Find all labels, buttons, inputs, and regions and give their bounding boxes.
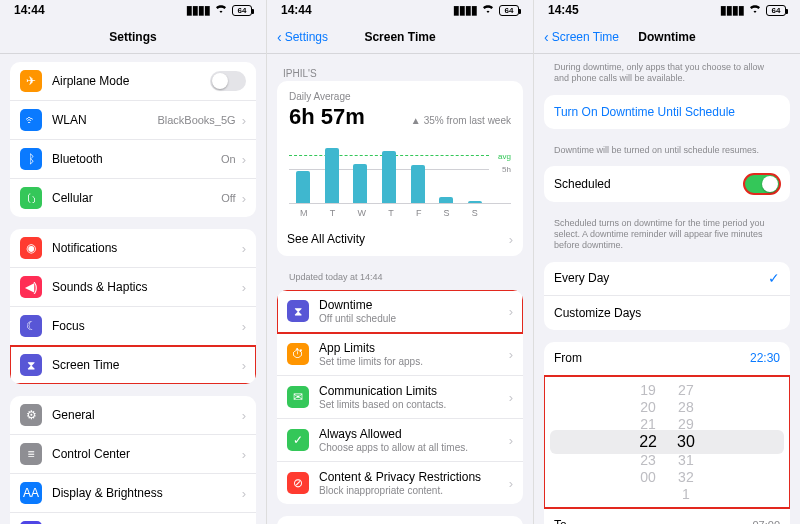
passcode-card: Change Screen Time Passcode bbox=[277, 516, 523, 524]
row-notifications[interactable]: ◉Notifications› bbox=[10, 229, 256, 268]
bubble-icon: ✉ bbox=[287, 386, 309, 408]
row-detail: BlackBooks_5G bbox=[157, 114, 235, 126]
row-detail: On bbox=[221, 153, 236, 165]
row-focus[interactable]: ☾Focus› bbox=[10, 307, 256, 346]
row-content-privacy-restrictions[interactable]: ⊘Content & Privacy RestrictionsBlock ina… bbox=[277, 462, 523, 504]
airplane-icon: ✈ bbox=[20, 70, 42, 92]
row-sounds-haptics[interactable]: ◀)Sounds & Haptics› bbox=[10, 268, 256, 307]
chevron-right-icon: › bbox=[509, 476, 513, 491]
screen-time-items: ⧗DowntimeOff until schedule›⏱App LimitsS… bbox=[277, 290, 523, 504]
row-communication-limits[interactable]: ✉Communication LimitsSet limits based on… bbox=[277, 376, 523, 419]
chevron-right-icon: › bbox=[242, 191, 246, 206]
scheduled-row[interactable]: Scheduled bbox=[544, 166, 790, 202]
title-bar: ‹Screen Time Downtime bbox=[534, 20, 800, 54]
customize-days-row[interactable]: Customize Days bbox=[544, 296, 790, 330]
check-icon: ✓ bbox=[768, 270, 780, 286]
page-title: Downtime bbox=[638, 30, 695, 44]
back-button[interactable]: ‹Screen Time bbox=[544, 29, 619, 45]
bluetooth-icon: ᛒ bbox=[20, 148, 42, 170]
chevron-right-icon: › bbox=[509, 390, 513, 405]
row-always-allowed[interactable]: ✓Always AllowedChoose apps to allow at a… bbox=[277, 419, 523, 462]
row-detail: Off bbox=[221, 192, 235, 204]
row-label: WLAN bbox=[52, 113, 157, 127]
row-label: Notifications bbox=[52, 241, 242, 255]
speaker-icon: ◀) bbox=[20, 276, 42, 298]
change-passcode[interactable]: Change Screen Time Passcode bbox=[277, 516, 523, 524]
to-row[interactable]: To 07:00 bbox=[544, 508, 790, 525]
every-day-row[interactable]: Every Day ✓ bbox=[544, 262, 790, 296]
chart-title: Daily Average bbox=[289, 91, 511, 102]
title-bar: Settings bbox=[0, 20, 266, 54]
status-time: 14:45 bbox=[548, 3, 579, 17]
owner-header: IPHIL'S bbox=[277, 62, 523, 81]
intro-note: During downtime, only apps that you choo… bbox=[544, 62, 790, 95]
turn-on-downtime[interactable]: Turn On Downtime Until Schedule bbox=[544, 95, 790, 129]
chevron-right-icon: › bbox=[242, 319, 246, 334]
row-downtime[interactable]: ⧗DowntimeOff until schedule› bbox=[277, 290, 523, 333]
chart-bar bbox=[325, 148, 339, 203]
signal-icon: ▮▮▮▮ bbox=[720, 3, 744, 17]
chart-card: Daily Average 6h 57m ▲35% from last week… bbox=[277, 81, 523, 256]
page-title: Screen Time bbox=[364, 30, 435, 44]
row-cellular[interactable]: ⟮₎CellularOff› bbox=[10, 179, 256, 217]
row-wlan[interactable]: ᯤWLANBlackBooks_5G› bbox=[10, 101, 256, 140]
chevron-right-icon: › bbox=[509, 433, 513, 448]
chart-bar bbox=[353, 164, 367, 203]
wifi-icon: ᯤ bbox=[20, 109, 42, 131]
chart-delta: ▲35% from last week bbox=[411, 115, 511, 126]
row-general[interactable]: ⚙General› bbox=[10, 396, 256, 435]
row-screen-time[interactable]: ⧗Screen Time› bbox=[10, 346, 256, 384]
row-display-brightness[interactable]: AADisplay & Brightness› bbox=[10, 474, 256, 513]
chevron-right-icon: › bbox=[242, 152, 246, 167]
turnon-note: Downtime will be turned on until schedul… bbox=[544, 141, 790, 166]
timer-icon: ⏱ bbox=[287, 343, 309, 365]
chart-value: 6h 57m bbox=[289, 104, 365, 130]
arrow-up-icon: ▲ bbox=[411, 115, 421, 126]
row-label: Cellular bbox=[52, 191, 221, 205]
row-control-center[interactable]: ≡Control Center› bbox=[10, 435, 256, 474]
from-value: 22:30 bbox=[750, 351, 780, 365]
from-row[interactable]: From 22:30 bbox=[544, 342, 790, 376]
check-icon: ✓ bbox=[287, 429, 309, 451]
row-label: Screen Time bbox=[52, 358, 242, 372]
battery-icon: 64 bbox=[766, 5, 786, 16]
row-label: Bluetooth bbox=[52, 152, 221, 166]
bell-icon: ◉ bbox=[20, 237, 42, 259]
chevron-right-icon: › bbox=[242, 358, 246, 373]
row-bluetooth[interactable]: ᛒBluetoothOn› bbox=[10, 140, 256, 179]
toggle[interactable] bbox=[210, 71, 246, 91]
chart-bar bbox=[382, 151, 396, 203]
days-card: Every Day ✓ Customize Days bbox=[544, 262, 790, 330]
row-label: App LimitsSet time limits for apps. bbox=[319, 341, 509, 367]
settings-group-connectivity: ✈Airplane ModeᯤWLANBlackBooks_5G›ᛒBlueto… bbox=[10, 62, 256, 217]
scheduled-toggle[interactable] bbox=[744, 174, 780, 194]
chevron-right-icon: › bbox=[242, 408, 246, 423]
row-label: Sounds & Haptics bbox=[52, 280, 242, 294]
row-label: Content & Privacy RestrictionsBlock inap… bbox=[319, 470, 509, 496]
battery-icon: 64 bbox=[499, 5, 519, 16]
row-app-limits[interactable]: ⏱App LimitsSet time limits for apps.› bbox=[277, 333, 523, 376]
chevron-right-icon: › bbox=[242, 447, 246, 462]
row-label: Control Center bbox=[52, 447, 242, 461]
row-label: Focus bbox=[52, 319, 242, 333]
wifi-icon bbox=[748, 3, 762, 17]
row-airplane-mode[interactable]: ✈Airplane Mode bbox=[10, 62, 256, 101]
chevron-right-icon: › bbox=[242, 280, 246, 295]
chevron-left-icon: ‹ bbox=[544, 29, 549, 45]
chart-avg-label: avg bbox=[498, 152, 511, 161]
chart-bar bbox=[411, 165, 425, 203]
phone-screen-time: 14:44 ▮▮▮▮ 64 ‹Settings Screen Time IPHI… bbox=[267, 0, 533, 524]
back-button[interactable]: ‹Settings bbox=[277, 29, 328, 45]
time-picker[interactable]: 192021222300 2728293031321 bbox=[544, 376, 790, 508]
row-label: Communication LimitsSet limits based on … bbox=[319, 384, 509, 410]
row-home-screen[interactable]: ▦Home Screen› bbox=[10, 513, 256, 524]
see-all-activity[interactable]: See All Activity › bbox=[277, 222, 523, 256]
chart-bar bbox=[296, 171, 310, 204]
time-card: From 22:30 192021222300 2728293031321 To… bbox=[544, 342, 790, 525]
cellular-icon: ⟮₎ bbox=[20, 187, 42, 209]
chart-tick-label: 5h bbox=[502, 165, 511, 174]
row-label: General bbox=[52, 408, 242, 422]
chart-bar bbox=[468, 201, 482, 203]
to-value: 07:00 bbox=[752, 519, 780, 525]
status-bar: 14:44 ▮▮▮▮ 64 bbox=[0, 0, 266, 20]
